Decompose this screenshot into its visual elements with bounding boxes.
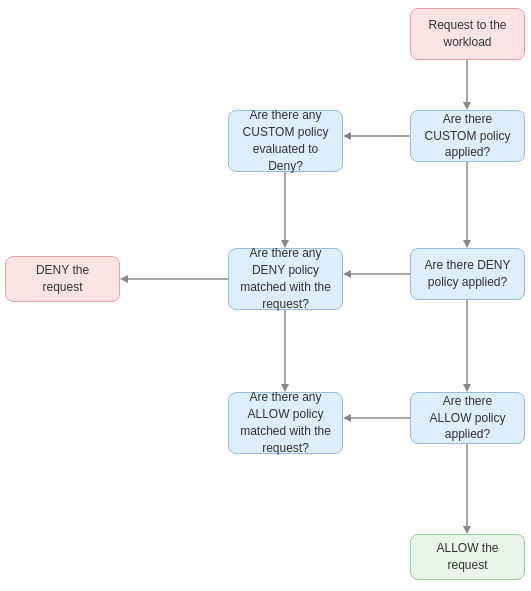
request-workload-node: Request to the workload bbox=[410, 8, 525, 60]
svg-marker-11 bbox=[120, 275, 128, 283]
deny-policy-matched-label: Are there any DENY policy matched with t… bbox=[239, 245, 332, 312]
deny-policy-matched-node: Are there any DENY policy matched with t… bbox=[228, 248, 343, 310]
request-workload-label: Request to the workload bbox=[421, 17, 514, 51]
deny-policy-applied-node: Are there DENY policy applied? bbox=[410, 248, 525, 300]
svg-marker-15 bbox=[463, 384, 471, 392]
allow-policy-applied-node: Are there ALLOW policy applied? bbox=[410, 392, 525, 444]
custom-policy-evaluated-label: Are there any CUSTOM policy evaluated to… bbox=[239, 107, 332, 174]
svg-marker-9 bbox=[463, 240, 471, 248]
deny-request-node: DENY the request bbox=[5, 256, 120, 302]
svg-marker-1 bbox=[463, 102, 471, 110]
custom-policy-evaluated-node: Are there any CUSTOM policy evaluated to… bbox=[228, 110, 343, 172]
svg-marker-19 bbox=[463, 526, 471, 534]
custom-policy-applied-label: Are there CUSTOM policy applied? bbox=[421, 111, 514, 161]
allow-request-node: ALLOW the request bbox=[410, 534, 525, 580]
custom-policy-applied-node: Are there CUSTOM policy applied? bbox=[410, 110, 525, 162]
flow-diagram: Request to the workload Are there CUSTOM… bbox=[0, 0, 531, 591]
allow-policy-matched-node: Are there any ALLOW policy matched with … bbox=[228, 392, 343, 454]
deny-request-label: DENY the request bbox=[16, 262, 109, 296]
svg-marker-7 bbox=[343, 270, 351, 278]
allow-policy-matched-label: Are there any ALLOW policy matched with … bbox=[239, 389, 332, 456]
svg-marker-17 bbox=[343, 414, 351, 422]
allow-policy-applied-label: Are there ALLOW policy applied? bbox=[421, 393, 514, 443]
allow-request-label: ALLOW the request bbox=[421, 540, 514, 574]
svg-marker-3 bbox=[343, 132, 351, 140]
deny-policy-applied-label: Are there DENY policy applied? bbox=[421, 257, 514, 291]
